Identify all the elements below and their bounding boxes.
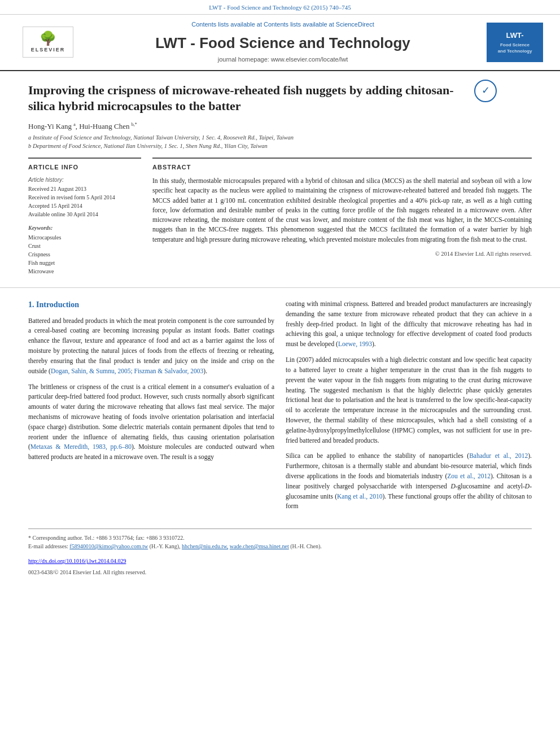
elsevier-tree-icon: 🌳 <box>40 32 56 45</box>
keyword-4: Fish nugget <box>28 259 141 267</box>
journal-title: LWT - Food Science and Technology <box>79 33 487 53</box>
authors-line: Hong-Yi Kang a, Hui-Huang Chen b,* <box>28 121 532 132</box>
intro-para-1: Battered and breaded products in which t… <box>28 316 274 377</box>
main-content: 1. Introduction Battered and breaded pro… <box>0 288 560 528</box>
email-1-author: (H.-Y. Kang), <box>150 543 181 549</box>
copyright: © 2014 Elsevier Ltd. All rights reserved… <box>152 250 532 259</box>
issn-copyright: 0023-6438/© 2014 Elsevier Ltd. All right… <box>28 569 146 575</box>
email-3[interactable]: wade.chen@msa.hinet.net <box>230 543 289 549</box>
abstract-text: In this study, thermostable microcapsule… <box>152 176 532 244</box>
elsevier-logo: 🌳 ELSEVIER <box>23 27 73 58</box>
received-revised: Received in revised form 5 April 2014 <box>28 194 141 202</box>
lwt-logo-subtitle: Food Scienceand Technology <box>498 42 532 54</box>
author-kang: Hong-Yi Kang <box>28 122 72 130</box>
keyword-1: Microcapsules <box>28 234 141 242</box>
abstract-panel: ABSTRACT In this study, thermostable mic… <box>152 158 532 276</box>
doi-link[interactable]: http://dx.doi.org/10.1016/j.lwt.2014.04.… <box>28 558 126 564</box>
sciencedirect-link[interactable]: Contents lists available at ScienceDirec… <box>264 21 374 28</box>
lwt-logo: LWT- Food Scienceand Technology <box>487 23 543 62</box>
citation-text: LWT - Food Science and Technology 62 (20… <box>209 4 351 11</box>
right-para-1: coating with minimal crispness. Battered… <box>286 299 532 350</box>
elsevier-name: ELSEVIER <box>31 46 65 54</box>
crossmark-badge[interactable]: ✓ <box>474 80 497 102</box>
section-number: 1. <box>28 300 34 309</box>
journal-citation-bar: LWT - Food Science and Technology 62 (20… <box>0 0 560 15</box>
corresponding-author: * Corresponding author. Tel.: +886 3 931… <box>28 534 532 542</box>
ref-kang: Kang et al., 2010 <box>337 493 382 500</box>
accepted-date: Accepted 15 April 2014 <box>28 202 141 210</box>
history-label: Article history: <box>28 176 141 184</box>
doi-area: http://dx.doi.org/10.1016/j.lwt.2014.04.… <box>0 555 560 567</box>
keywords-section: Keywords: Microcapsules Crust Crispness … <box>28 224 141 276</box>
sciencedirect-text: Contents lists available at Contents lis… <box>79 20 487 29</box>
keywords-label: Keywords: <box>28 224 141 232</box>
email-2-author: (H.-H. Chen). <box>290 543 322 549</box>
journal-center: Contents lists available at Contents lis… <box>79 20 487 64</box>
footer-bar: 0023-6438/© 2014 Elsevier Ltd. All right… <box>0 567 560 582</box>
received-date: Received 21 August 2013 <box>28 185 141 193</box>
ref-metaxas: Metaxas & Meredith, 1983, pp.6–80 <box>30 443 132 450</box>
ref-loewe: Loewe, 1993 <box>338 340 372 347</box>
footnotes-area: * Corresponding author. Tel.: +886 3 931… <box>28 528 532 555</box>
affil-b: b,* <box>132 122 137 127</box>
intro-section-title: 1. Introduction <box>28 299 274 311</box>
affiliation-b: b Department of Food Science, National I… <box>28 142 532 151</box>
journal-homepage: journal homepage: www.elsevier.com/locat… <box>79 55 487 64</box>
right-column: coating with minimal crispness. Battered… <box>286 299 532 517</box>
article-title: Improving the crispness of microwave-reh… <box>28 82 469 115</box>
section-name: Introduction <box>36 300 79 309</box>
elsevier-logo-area: 🌳 ELSEVIER <box>17 27 79 58</box>
lwt-logo-text: LWT- <box>506 30 523 41</box>
keyword-2: Crust <box>28 242 141 250</box>
article-body: ARTICLE INFO Article history: Received 2… <box>28 158 532 276</box>
affil-a: a <box>73 122 76 127</box>
ref-zou: Zou et al., 2012 <box>447 473 491 479</box>
intro-para-2: The brittleness or crispness of the crus… <box>28 382 274 463</box>
journal-header: 🌳 ELSEVIER Contents lists available at C… <box>0 15 560 71</box>
article-header-area: Improving the crispness of microwave-reh… <box>0 71 560 288</box>
ref-bahadur: Bahadur et al., 2012 <box>469 452 528 459</box>
ref-dogan: Dogan, Sahin, & Sumnu, 2005; Fiszman & S… <box>51 368 203 374</box>
abstract-heading: ABSTRACT <box>152 163 532 172</box>
right-para-2: Lin (2007) added microcapsules with a hi… <box>286 355 532 445</box>
available-online: Available online 30 April 2014 <box>28 211 141 219</box>
right-para-3: Silica can be applied to enhance the sta… <box>286 451 532 512</box>
left-column: 1. Introduction Battered and breaded pro… <box>28 299 274 517</box>
keyword-5: Microwave <box>28 268 141 276</box>
crossmark-icon: ✓ <box>482 84 490 98</box>
keyword-3: Crispness <box>28 251 141 259</box>
article-info-heading: ARTICLE INFO <box>28 163 141 172</box>
email-label: E-mail addresses: <box>28 543 68 549</box>
affiliation-a: a Institute of Food Science and Technolo… <box>28 134 532 142</box>
email-1[interactable]: f58940010@kimo@yahoo.com.tw <box>69 543 148 549</box>
affiliations: a Institute of Food Science and Technolo… <box>28 134 532 150</box>
email-2[interactable]: hhchen@niu.edu.tw, <box>182 543 228 549</box>
author-chen: Hui-Huang Chen <box>79 122 129 130</box>
article-info-panel: ARTICLE INFO Article history: Received 2… <box>28 158 141 276</box>
email-line: E-mail addresses: f58940010@kimo@yahoo.c… <box>28 542 532 551</box>
